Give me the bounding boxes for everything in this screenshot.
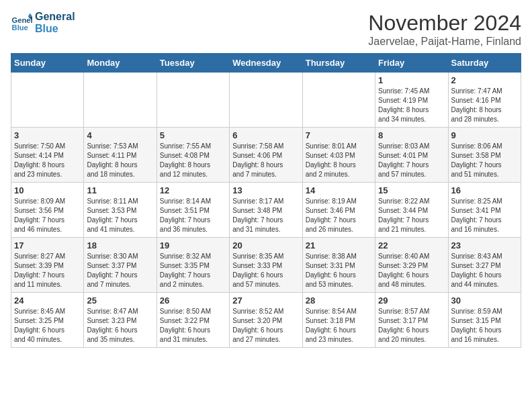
calendar-cell: 29Sunrise: 8:57 AM Sunset: 3:17 PM Dayli… [375, 293, 448, 348]
title-area: November 2024 Jaervelae, Paijat-Hame, Fi… [368, 11, 521, 48]
day-number: 22 [378, 240, 445, 250]
main-title: November 2024 [368, 11, 521, 36]
day-info: Sunrise: 7:47 AM Sunset: 4:16 PM Dayligh… [451, 87, 518, 124]
day-number: 5 [160, 130, 226, 140]
day-number: 21 [306, 240, 372, 250]
day-info: Sunrise: 8:22 AM Sunset: 3:44 PM Dayligh… [378, 197, 445, 234]
calendar-cell: 11Sunrise: 8:11 AM Sunset: 3:53 PM Dayli… [84, 183, 157, 238]
calendar-table: SundayMondayTuesdayWednesdayThursdayFrid… [11, 53, 521, 348]
calendar-cell: 16Sunrise: 8:25 AM Sunset: 3:41 PM Dayli… [448, 183, 521, 238]
week-row-1: 3Sunrise: 7:50 AM Sunset: 4:14 PM Daylig… [11, 128, 521, 183]
calendar-cell [84, 73, 157, 128]
calendar-cell [157, 73, 229, 128]
calendar-cell: 10Sunrise: 8:09 AM Sunset: 3:56 PM Dayli… [11, 183, 84, 238]
calendar-cell: 26Sunrise: 8:50 AM Sunset: 3:22 PM Dayli… [157, 293, 229, 348]
day-info: Sunrise: 8:27 AM Sunset: 3:39 PM Dayligh… [14, 252, 81, 289]
header: General Blue General Blue November 2024 … [11, 11, 521, 48]
calendar-cell: 15Sunrise: 8:22 AM Sunset: 3:44 PM Dayli… [375, 183, 448, 238]
day-info: Sunrise: 8:17 AM Sunset: 3:48 PM Dayligh… [232, 197, 299, 234]
day-info: Sunrise: 8:19 AM Sunset: 3:46 PM Dayligh… [306, 197, 372, 234]
day-info: Sunrise: 7:50 AM Sunset: 4:14 PM Dayligh… [14, 142, 81, 179]
logo-blue: Blue [35, 23, 75, 35]
calendar-cell: 28Sunrise: 8:54 AM Sunset: 3:18 PM Dayli… [302, 293, 375, 348]
day-info: Sunrise: 8:54 AM Sunset: 3:18 PM Dayligh… [306, 307, 372, 345]
header-row: SundayMondayTuesdayWednesdayThursdayFrid… [11, 54, 521, 73]
day-info: Sunrise: 7:55 AM Sunset: 4:08 PM Dayligh… [160, 142, 226, 179]
day-number: 25 [87, 295, 153, 306]
day-info: Sunrise: 8:11 AM Sunset: 3:53 PM Dayligh… [87, 197, 153, 234]
calendar-cell [11, 73, 84, 128]
calendar-header: SundayMondayTuesdayWednesdayThursdayFrid… [11, 54, 521, 73]
calendar-cell: 2Sunrise: 7:47 AM Sunset: 4:16 PM Daylig… [448, 73, 521, 128]
day-info: Sunrise: 8:43 AM Sunset: 3:27 PM Dayligh… [451, 252, 518, 289]
day-info: Sunrise: 8:59 AM Sunset: 3:15 PM Dayligh… [451, 307, 518, 345]
subtitle: Jaervelae, Paijat-Hame, Finland [368, 36, 521, 48]
calendar-cell: 8Sunrise: 8:03 AM Sunset: 4:01 PM Daylig… [375, 128, 448, 183]
calendar-cell: 20Sunrise: 8:35 AM Sunset: 3:33 PM Dayli… [230, 238, 302, 293]
day-info: Sunrise: 8:32 AM Sunset: 3:35 PM Dayligh… [160, 252, 226, 289]
day-number: 11 [87, 185, 153, 195]
week-row-2: 10Sunrise: 8:09 AM Sunset: 3:56 PM Dayli… [11, 183, 521, 238]
day-number: 26 [160, 295, 226, 306]
svg-marker-2 [28, 13, 32, 16]
day-number: 10 [14, 185, 81, 195]
day-info: Sunrise: 7:53 AM Sunset: 4:11 PM Dayligh… [87, 142, 153, 179]
calendar-cell: 24Sunrise: 8:45 AM Sunset: 3:25 PM Dayli… [11, 293, 84, 348]
day-info: Sunrise: 8:45 AM Sunset: 3:25 PM Dayligh… [14, 307, 81, 345]
day-number: 17 [14, 240, 81, 250]
day-number: 24 [14, 295, 81, 306]
calendar-cell: 13Sunrise: 8:17 AM Sunset: 3:48 PM Dayli… [230, 183, 302, 238]
day-info: Sunrise: 8:52 AM Sunset: 3:20 PM Dayligh… [232, 307, 299, 345]
day-number: 2 [451, 75, 518, 85]
day-info: Sunrise: 8:47 AM Sunset: 3:23 PM Dayligh… [87, 307, 153, 345]
day-info: Sunrise: 8:09 AM Sunset: 3:56 PM Dayligh… [14, 197, 81, 234]
day-number: 28 [306, 295, 372, 306]
day-number: 14 [306, 185, 372, 195]
col-header-thursday: Thursday [302, 54, 375, 73]
day-info: Sunrise: 7:45 AM Sunset: 4:19 PM Dayligh… [378, 87, 445, 124]
calendar-cell: 21Sunrise: 8:38 AM Sunset: 3:31 PM Dayli… [302, 238, 375, 293]
calendar-cell: 17Sunrise: 8:27 AM Sunset: 3:39 PM Dayli… [11, 238, 84, 293]
calendar-cell: 23Sunrise: 8:43 AM Sunset: 3:27 PM Dayli… [448, 238, 521, 293]
col-header-friday: Friday [375, 54, 448, 73]
day-number: 29 [378, 295, 445, 306]
day-info: Sunrise: 8:57 AM Sunset: 3:17 PM Dayligh… [378, 307, 445, 345]
day-info: Sunrise: 8:50 AM Sunset: 3:22 PM Dayligh… [160, 307, 226, 345]
day-info: Sunrise: 8:03 AM Sunset: 4:01 PM Dayligh… [378, 142, 445, 179]
day-number: 27 [232, 295, 299, 306]
calendar-cell: 19Sunrise: 8:32 AM Sunset: 3:35 PM Dayli… [157, 238, 229, 293]
day-number: 6 [232, 130, 299, 140]
calendar-cell: 5Sunrise: 7:55 AM Sunset: 4:08 PM Daylig… [157, 128, 229, 183]
day-number: 20 [232, 240, 299, 250]
day-info: Sunrise: 8:38 AM Sunset: 3:31 PM Dayligh… [306, 252, 372, 289]
col-header-monday: Monday [84, 54, 157, 73]
day-number: 18 [87, 240, 153, 250]
calendar-cell: 1Sunrise: 7:45 AM Sunset: 4:19 PM Daylig… [375, 73, 448, 128]
week-row-3: 17Sunrise: 8:27 AM Sunset: 3:39 PM Dayli… [11, 238, 521, 293]
col-header-wednesday: Wednesday [230, 54, 302, 73]
calendar-cell: 30Sunrise: 8:59 AM Sunset: 3:15 PM Dayli… [448, 293, 521, 348]
day-number: 8 [378, 130, 445, 140]
day-info: Sunrise: 8:40 AM Sunset: 3:29 PM Dayligh… [378, 252, 445, 289]
day-info: Sunrise: 7:58 AM Sunset: 4:06 PM Dayligh… [232, 142, 299, 179]
day-info: Sunrise: 8:25 AM Sunset: 3:41 PM Dayligh… [451, 197, 518, 234]
logo-icon: General Blue [11, 12, 32, 34]
day-number: 16 [451, 185, 518, 195]
calendar-cell: 14Sunrise: 8:19 AM Sunset: 3:46 PM Dayli… [302, 183, 375, 238]
svg-text:Blue: Blue [12, 24, 28, 32]
week-row-0: 1Sunrise: 7:45 AM Sunset: 4:19 PM Daylig… [11, 73, 521, 128]
day-info: Sunrise: 8:30 AM Sunset: 3:37 PM Dayligh… [87, 252, 153, 289]
col-header-sunday: Sunday [11, 54, 84, 73]
day-number: 1 [378, 75, 445, 85]
day-info: Sunrise: 8:01 AM Sunset: 4:03 PM Dayligh… [306, 142, 372, 179]
calendar-cell: 7Sunrise: 8:01 AM Sunset: 4:03 PM Daylig… [302, 128, 375, 183]
calendar-cell: 9Sunrise: 8:06 AM Sunset: 3:58 PM Daylig… [448, 128, 521, 183]
calendar-cell: 6Sunrise: 7:58 AM Sunset: 4:06 PM Daylig… [230, 128, 302, 183]
calendar-cell: 18Sunrise: 8:30 AM Sunset: 3:37 PM Dayli… [84, 238, 157, 293]
week-row-4: 24Sunrise: 8:45 AM Sunset: 3:25 PM Dayli… [11, 293, 521, 348]
col-header-saturday: Saturday [448, 54, 521, 73]
calendar-cell: 12Sunrise: 8:14 AM Sunset: 3:51 PM Dayli… [157, 183, 229, 238]
calendar-cell [302, 73, 375, 128]
calendar-body: 1Sunrise: 7:45 AM Sunset: 4:19 PM Daylig… [11, 73, 521, 348]
logo-general: General [35, 11, 75, 23]
